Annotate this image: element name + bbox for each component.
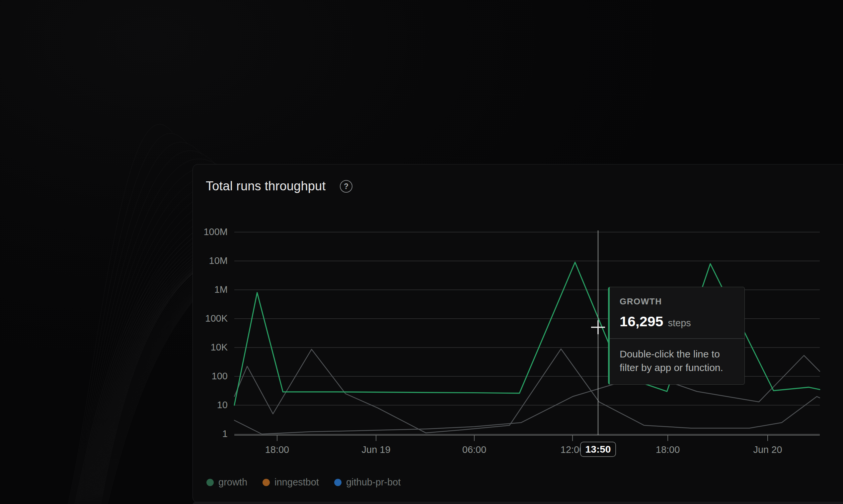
chart-tooltip: GROWTH 16,295 steps Double-click the lin… — [608, 287, 745, 385]
y-tick-label: 10 — [185, 399, 228, 411]
growth-series-dot-icon — [206, 479, 214, 486]
throughput-line-chart[interactable] — [0, 0, 843, 504]
tooltip-value: 16,295 — [620, 313, 664, 329]
legend-item-github-pr-bot[interactable]: github-pr-bot — [334, 477, 400, 488]
x-tick-label: 18:00 — [639, 444, 696, 455]
legend-item-growth[interactable]: growth — [206, 477, 247, 488]
tooltip-series-name: GROWTH — [620, 296, 735, 307]
y-tick-label: 10K — [185, 342, 228, 353]
legend-item-inngestbot[interactable]: inngestbot — [262, 477, 319, 488]
y-tick-label: 1 — [185, 428, 228, 439]
x-tick-label: Jun 19 — [348, 444, 404, 455]
legend-label: inngestbot — [274, 477, 319, 488]
y-tick-label: 100 — [185, 371, 228, 382]
x-tick-label: 18:00 — [249, 444, 305, 455]
tooltip-hint: Double-click the line to filter by app o… — [610, 339, 744, 384]
x-tick-label: Jun 20 — [739, 444, 796, 455]
y-tick-label: 100K — [185, 313, 228, 324]
chart-legend: growth inngestbot github-pr-bot — [206, 477, 400, 488]
tooltip-unit: steps — [668, 318, 691, 329]
tooltip-value-row: 16,295 steps — [620, 313, 735, 329]
help-icon[interactable]: ? — [340, 180, 352, 193]
tooltip-value-section: GROWTH 16,295 steps — [610, 287, 744, 338]
y-tick-label: 100M — [185, 227, 228, 237]
page-title: Total runs throughput — [206, 179, 326, 193]
github-pr-bot-series-dot-icon — [334, 479, 342, 486]
y-tick-label: 1M — [185, 284, 228, 295]
y-tick-label: 10M — [185, 255, 228, 266]
legend-label: growth — [218, 477, 247, 488]
dashboard-page: { "card": { "title": "Total runs through… — [0, 0, 843, 504]
inngestbot-series-dot-icon — [262, 479, 270, 486]
legend-label: github-pr-bot — [346, 477, 400, 488]
hover-time-badge: 13:50 — [580, 442, 616, 457]
x-tick-label: 06:00 — [446, 444, 502, 455]
